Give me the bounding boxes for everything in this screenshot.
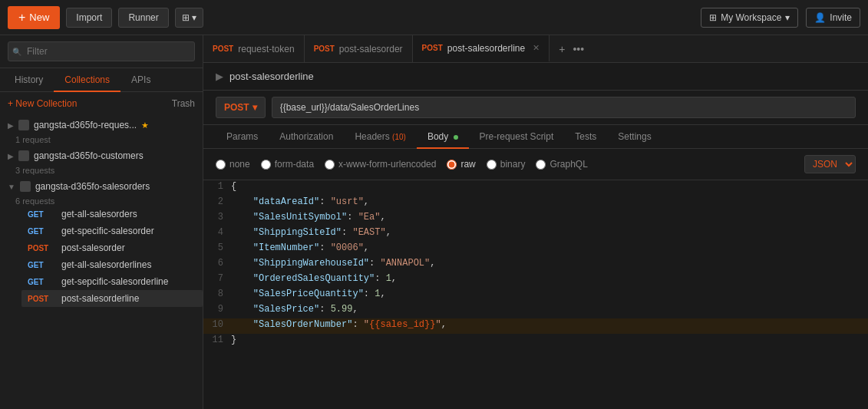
- more-tabs-button[interactable]: •••: [571, 41, 586, 57]
- filter-input[interactable]: [8, 41, 195, 61]
- collection-folder-icon-2: [18, 150, 29, 161]
- invite-button[interactable]: 👤 Invite: [806, 8, 860, 28]
- request-item-get-specific-salesorder[interactable]: GET get-specific-salesorder: [21, 223, 203, 239]
- request-item-post-salesorder[interactable]: POST post-salesorder: [21, 239, 203, 256]
- request-item-get-all-salesorders[interactable]: GET get-all-salesorders: [21, 206, 203, 223]
- collection-folder-icon: [18, 120, 29, 130]
- search-wrap: [8, 41, 195, 61]
- line-content: "dataAreaId": "usrt",: [231, 196, 868, 208]
- radio-raw[interactable]: raw: [447, 159, 475, 170]
- tab-method-post-2: POST: [314, 45, 335, 53]
- sidebar-actions: + New Collection Trash: [0, 92, 203, 115]
- tabs-actions: + •••: [551, 41, 592, 57]
- line-content: {: [231, 180, 868, 193]
- body-label: Body: [427, 131, 448, 142]
- radio-graphql-input[interactable]: [536, 160, 546, 170]
- code-line-11: 11 }: [203, 334, 868, 349]
- method-badge-get-2: GET: [28, 227, 55, 236]
- radio-raw-input[interactable]: [447, 160, 457, 170]
- collection-item-1[interactable]: ▶ gangsta-d365fo-reques... ★: [0, 115, 203, 135]
- radio-form-data-input[interactable]: [261, 160, 271, 170]
- workspace-grid-icon: ⊞: [709, 12, 717, 23]
- sidebar-tab-apis[interactable]: APIs: [120, 68, 161, 91]
- collection-group-3: ▼ gangsta-d365fo-salesorders 6 requests …: [0, 176, 203, 307]
- tab-post-salesorderline[interactable]: POST post-salesorderline ✕: [413, 35, 550, 62]
- collection-name-2: gangsta-d365fo-customers: [34, 150, 144, 161]
- line-number: 3: [203, 211, 231, 223]
- tab-headers[interactable]: Headers (10): [344, 125, 417, 148]
- radio-urlencoded[interactable]: x-www-form-urlencoded: [325, 159, 436, 170]
- radio-none-input[interactable]: [216, 160, 226, 170]
- trash-button[interactable]: Trash: [172, 98, 195, 109]
- tab-post-salesorder[interactable]: POST post-salesorder: [305, 35, 413, 62]
- radio-form-data[interactable]: form-data: [261, 159, 314, 170]
- url-input[interactable]: [272, 97, 856, 118]
- line-number: 10: [203, 318, 231, 331]
- request-item-get-sepcific-salesorderline[interactable]: GET get-sepcific-salesorderline: [21, 273, 203, 290]
- request-name: get-all-salesorders: [61, 209, 137, 219]
- method-select[interactable]: POST ▾: [216, 97, 266, 118]
- topbar-right: ⊞ My Workspace ▾ 👤 Invite: [701, 8, 860, 28]
- line-content: "ShippingWarehouseId": "ANNAPOL",: [231, 257, 868, 269]
- import-button[interactable]: Import: [66, 8, 112, 28]
- line-number: 6: [203, 257, 231, 269]
- collection-folder-icon-3: [20, 181, 31, 192]
- workspace-label: My Workspace: [721, 12, 781, 23]
- workspace-chevron-icon: ▾: [785, 12, 790, 23]
- sidebar-tabs: History Collections APIs: [0, 68, 203, 92]
- request-tabs: Params Authorization Headers (10) Body P…: [203, 125, 868, 149]
- code-line-7: 7 "OrderedSalesQuantity": 1,: [203, 272, 868, 288]
- tab-pre-request[interactable]: Pre-request Script: [469, 125, 565, 148]
- request-name-4: get-all-salesorderlines: [61, 259, 151, 270]
- request-item-get-all-salesorderlines[interactable]: GET get-all-salesorderlines: [21, 256, 203, 273]
- body-format-select[interactable]: JSON: [804, 155, 856, 173]
- radio-none[interactable]: none: [216, 159, 250, 170]
- code-line-5: 5 "ItemNumber": "0006",: [203, 242, 868, 257]
- chevron-down-icon-3: ▼: [8, 183, 15, 191]
- sidebar-tab-history[interactable]: History: [4, 68, 54, 91]
- line-number: 4: [203, 226, 231, 239]
- radio-graphql[interactable]: GraphQL: [536, 159, 587, 170]
- line-number: 9: [203, 303, 231, 315]
- line-content: "ItemNumber": "0006",: [231, 242, 868, 254]
- code-editor[interactable]: 1 { 2 "dataAreaId": "usrt", 3 "SalesUnit…: [203, 180, 868, 409]
- add-tab-button[interactable]: +: [557, 41, 566, 57]
- radio-binary[interactable]: binary: [487, 159, 526, 170]
- tab-body[interactable]: Body: [417, 125, 469, 148]
- radio-urlencoded-input[interactable]: [325, 160, 335, 170]
- workspace-button[interactable]: ⊞ My Workspace ▾: [701, 8, 798, 28]
- new-collection-button[interactable]: + New Collection: [8, 98, 77, 109]
- collection-count-2: 3 requests: [0, 166, 203, 175]
- radio-form-data-label: form-data: [275, 159, 314, 170]
- tab-close-icon[interactable]: ✕: [533, 43, 540, 53]
- line-content: "SalesOrderNumber": "{{sales_id}}",: [231, 318, 868, 331]
- request-item-post-salesorderline[interactable]: POST post-salesorderline: [21, 290, 203, 307]
- radio-urlencoded-label: x-www-form-urlencoded: [338, 159, 436, 170]
- sidebar: History Collections APIs + New Collectio…: [0, 35, 203, 409]
- star-icon: ★: [141, 120, 149, 130]
- request-title-text: post-salesorderline: [229, 71, 314, 82]
- radio-binary-input[interactable]: [487, 160, 497, 170]
- collection-count-3: 6 requests: [0, 196, 203, 206]
- collection-group-2: ▶ gangsta-d365fo-customers 3 requests: [0, 146, 203, 175]
- tab-tests[interactable]: Tests: [564, 125, 607, 148]
- collection-count-1: 1 request: [0, 135, 203, 144]
- code-line-4: 4 "ShippingSiteId": "EAST",: [203, 226, 868, 242]
- tab-settings[interactable]: Settings: [607, 125, 662, 148]
- method-badge-get: GET: [28, 210, 55, 219]
- runner-button[interactable]: Runner: [118, 8, 168, 28]
- code-line-9: 9 "SalesPrice": 5.99,: [203, 303, 868, 318]
- code-line-10: 10 "SalesOrderNumber": "{{sales_id}}",: [203, 318, 868, 334]
- layout-button[interactable]: ⊞ ▾: [175, 8, 203, 28]
- collection-item-2[interactable]: ▶ gangsta-d365fo-customers: [0, 146, 203, 166]
- line-number: 11: [203, 334, 231, 346]
- tab-request-token[interactable]: POST request-token: [203, 35, 305, 62]
- code-line-3: 3 "SalesUnitSymbol": "Ea",: [203, 211, 868, 226]
- new-button[interactable]: New: [8, 6, 60, 29]
- tab-authorization[interactable]: Authorization: [269, 125, 344, 148]
- tab-name-2: post-salesorder: [339, 44, 403, 54]
- line-number: 2: [203, 196, 231, 208]
- tab-params[interactable]: Params: [216, 125, 269, 148]
- sidebar-tab-collections[interactable]: Collections: [54, 68, 120, 91]
- collection-item-3[interactable]: ▼ gangsta-d365fo-salesorders: [0, 176, 203, 196]
